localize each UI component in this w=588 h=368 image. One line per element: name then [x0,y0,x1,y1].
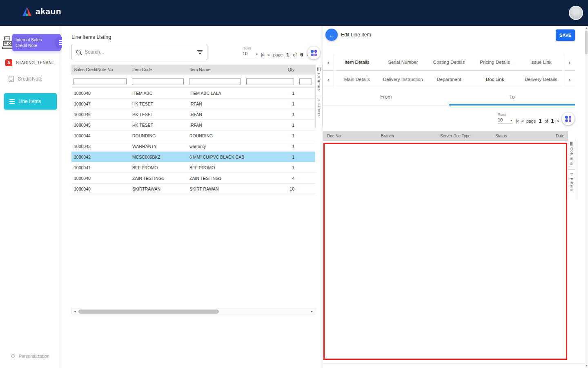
subtab-from[interactable]: From [323,88,449,105]
table-row[interactable]: 1000044 ROUNDING ROUNDING 1 [71,130,315,141]
table-row[interactable]: 1000040 ZAIN TESTING1 ZAIN TESTING1 4 [71,173,315,184]
filter-input-item-name[interactable] [189,78,241,85]
first-page-button[interactable]: |< [261,52,264,57]
columns-toggle[interactable]: Columns [570,147,574,166]
tenant-row[interactable]: A STAGING_TENANT [5,59,54,66]
filter-input-creditnote-no[interactable] [74,78,127,85]
col-header-item-code[interactable]: Item Code [130,67,187,72]
sidebar-item-label: Credit Note [18,76,42,82]
tab-doc-link[interactable]: Doc Link [472,71,518,88]
save-button[interactable]: SAVE [556,29,575,41]
col-header-creditnote-no[interactable]: Sales CreditNote No [71,67,130,72]
cell-name: 6 MM² CU/PVC BLACK CABLE 1... [187,155,244,159]
editor-title: Edit Line Item [341,32,371,38]
filter-input-qty[interactable] [246,78,294,85]
table-row[interactable]: 1000048 ITEM ABC ITEM ABC LALA 1 [71,88,315,99]
user-avatar[interactable] [569,6,583,20]
cell-qty: 10 [244,186,297,191]
cell-name: ITEM ABC LALA [187,91,244,96]
personalization-link[interactable]: ⚙ Personalization [11,353,49,359]
subtab-to[interactable]: To [449,88,575,105]
scroll-right-icon[interactable]: ► [310,310,313,313]
horizontal-scrollbar[interactable]: ◄ ► [71,308,315,314]
cell-code: HK TESET [130,101,187,106]
page-word: page [273,52,283,57]
col-header-status[interactable]: Status [495,134,552,138]
cell-name: BFF PROMO [187,165,244,170]
filter-input-extra[interactable] [299,78,312,85]
table-row[interactable]: 1000043 WARRANTY warranty 1 [71,141,315,152]
filter-input-item-code[interactable] [132,78,184,85]
sidebar-module-internal-sales-credit-note[interactable]: Internal Sales Credit Note [12,34,61,51]
tabs-scroll-left-icon[interactable]: ‹ [323,54,334,70]
cell-code: ITEM ABC [130,91,187,96]
table-row[interactable]: 1000045 HK TESET IRFAN 1 [71,120,315,130]
prev-page-button[interactable]: < [521,119,523,123]
vertical-scrollbar[interactable]: ▲ ▼ [585,26,588,368]
tabs-scroll-right-icon[interactable]: › [564,71,575,88]
apps-grid-button[interactable] [307,47,320,59]
cell-code: BFF PROMO [130,165,187,170]
columns-toggle[interactable]: Columns [317,73,321,91]
tab-issue-link[interactable]: Issue Link [518,54,564,70]
table-side-controls: Columns ▽ Filters [568,139,575,200]
sidebar-item-line-items[interactable]: Line Items [4,93,57,110]
cell-code: ROUNDING [130,133,187,138]
search-input[interactable] [85,49,197,55]
filter-list-icon[interactable] [197,50,203,54]
cell-code: ZAIN TESTING1 [130,176,187,181]
table-row-selected[interactable]: 1000042 MCSC006BKZ 6 MM² CU/PVC BLACK CA… [71,152,315,162]
filters-toggle[interactable]: Filters [317,103,321,117]
filters-toggle[interactable]: Filters [570,178,574,191]
cell-code: MCSC006BKZ [130,155,187,159]
scrollbar-thumb[interactable] [585,31,588,54]
col-header-server-doc-type[interactable]: Server Doc Type [440,134,495,138]
first-page-button[interactable]: |< [516,119,519,123]
of-word: of [293,52,297,57]
tab-delivery-details[interactable]: Delivery Details [518,71,564,88]
table-row[interactable]: 1000047 HK TESET IRFAN 1 [71,99,315,109]
cell-qty: 1 [244,144,297,149]
table-row[interactable]: 1000040 SKIRTRAWAN SKIRT RAWAN 10 [71,184,315,194]
tab-delivery-instruction[interactable]: Delivery Instruction [380,71,426,88]
divider [316,95,322,95]
rows-label: Rows [498,112,506,117]
tab-costing-details[interactable]: Costing Details [426,54,472,70]
col-header-item-name[interactable]: Item Name [187,67,244,72]
cell-no: 1000048 [71,91,130,96]
col-header-branch[interactable]: Branch [381,134,440,138]
tab-main-details[interactable]: Main Details [334,71,380,88]
table-row[interactable]: 1000046 HK TESET IRFAN 1 [71,109,315,120]
scroll-down-icon[interactable]: ▼ [586,365,588,367]
edit-line-item-panel: ← Edit Line Item SAVE ‹ Item Details Ser… [323,26,585,368]
sidebar-item-credit-note[interactable]: Credit Note [9,76,42,82]
empty-doc-link-area-highlight [323,143,567,360]
tabs-scroll-right-icon[interactable]: › [564,54,575,70]
page-title: Line Items Listing [71,34,111,40]
col-header-qty[interactable]: Qty [244,67,297,72]
tab-pricing-details[interactable]: Pricing Details [472,54,518,70]
tabs-scroll-left-icon[interactable]: ‹ [323,71,334,88]
back-button[interactable]: ← [325,29,338,41]
scrollbar-thumb[interactable] [78,310,219,314]
table-row[interactable]: 1000041 BFF PROMO BFF PROMO 1 [71,162,315,173]
current-page: 1 [286,52,289,58]
list-icon [9,99,15,104]
cell-no: 1000046 [71,112,130,117]
tab-item-details[interactable]: Item Details [334,54,380,70]
col-header-date[interactable]: Date [552,134,568,138]
rows-per-page-select[interactable]: 10 ▾ [498,117,512,123]
cell-name: SKIRT RAWAN [187,186,244,191]
scroll-left-icon[interactable]: ◄ [74,310,76,313]
apps-grid-button[interactable] [562,112,575,125]
rows-per-page-select[interactable]: 10 ▾ [243,51,258,57]
prev-page-button[interactable]: < [267,52,270,57]
tab-serial-number[interactable]: Serial Number [380,54,426,70]
cell-name: IRFAN [187,112,244,117]
scroll-up-icon[interactable]: ▲ [586,27,588,29]
brand-name: akaun [36,7,61,16]
tab-department[interactable]: Department [426,71,472,88]
next-page-button[interactable]: > [557,119,559,123]
col-header-doc-no[interactable]: Doc No [323,134,381,138]
cell-qty: 1 [244,101,297,106]
